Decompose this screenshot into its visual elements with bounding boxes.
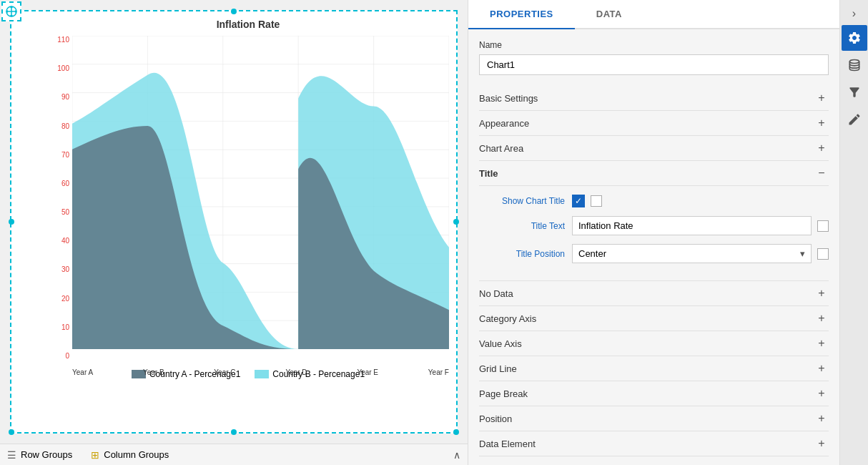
section-data-element[interactable]: Data Element + [479, 431, 829, 456]
show-chart-title-checkbox[interactable]: ✓ [572, 195, 585, 207]
section-value-axis[interactable]: Value Axis + [479, 331, 829, 356]
section-basic-settings[interactable]: Basic Settings + [479, 86, 829, 111]
section-icon-title: − [814, 167, 829, 180]
section-icon-data-element: + [814, 437, 829, 450]
title-text-label: Title Text [479, 221, 565, 231]
name-label: Name [479, 40, 829, 50]
section-icon-visibility: + [814, 462, 829, 465]
svg-point-25 [849, 60, 859, 64]
chevron-right-icon[interactable]: › [849, 4, 859, 24]
show-chart-title-checkbox-empty[interactable] [591, 195, 602, 207]
y-axis-labels: 110 100 90 80 70 60 50 40 30 20 10 0 [47, 36, 72, 363]
y-label-20: 20 [47, 295, 72, 303]
resize-bottom-center[interactable] [231, 429, 237, 435]
row-groups-icon: ☰ [7, 449, 16, 461]
y-label-70: 70 [47, 151, 72, 159]
y-label-50: 50 [47, 208, 72, 216]
column-groups-icon: ⊞ [91, 449, 99, 461]
x-axis-labels: Year A Year B Year C Year D Year E Year … [72, 368, 449, 376]
title-position-checkbox[interactable] [817, 248, 829, 260]
x-label-year-b: Year B [143, 368, 164, 376]
section-icon-page-break: + [814, 387, 829, 400]
section-label-no-data: No Data [479, 288, 513, 299]
bottom-bar: ☰ Row Groups ⊞ Column Groups ∧ [0, 444, 468, 465]
section-title[interactable]: Title − [479, 161, 829, 186]
y-label-40: 40 [47, 237, 72, 245]
filter-icon-btn[interactable] [842, 79, 867, 105]
title-text-control [572, 216, 829, 235]
title-text-checkbox[interactable] [817, 220, 829, 232]
database-icon [847, 58, 862, 72]
section-label-value-axis: Value Axis [479, 338, 522, 349]
column-groups-label[interactable]: Column Groups [104, 449, 169, 460]
resize-bottom-right[interactable] [453, 429, 459, 435]
chart-wrapper[interactable]: Inflation Rate 110 100 90 80 70 60 50 40… [10, 10, 458, 434]
section-page-break[interactable]: Page Break + [479, 381, 829, 406]
title-position-label: Title Position [479, 249, 565, 259]
panel-content: Name Basic Settings + Appearance + Chart… [468, 29, 839, 465]
resize-bottom-left[interactable] [9, 429, 14, 435]
section-position[interactable]: Position + [479, 406, 829, 431]
chevron-down-icon: ▾ [800, 248, 805, 259]
database-icon-btn[interactable] [842, 52, 867, 78]
section-label-data-element: Data Element [479, 439, 536, 449]
title-position-select[interactable]: Center ▾ [572, 244, 812, 263]
bottom-bar-left: ☰ Row Groups ⊞ Column Groups [7, 449, 169, 461]
section-no-data[interactable]: No Data + [479, 281, 829, 306]
sidebar-icons: › [839, 0, 868, 465]
section-icon-value-axis: + [814, 337, 829, 350]
chart-container: Inflation Rate 110 100 90 80 70 60 50 40… [0, 0, 468, 465]
x-label-year-c: Year C [214, 368, 235, 376]
y-label-100: 100 [47, 64, 72, 72]
section-label-page-break: Page Break [479, 388, 528, 399]
section-appearance[interactable]: Appearance + [479, 111, 829, 136]
title-text-input[interactable] [572, 216, 812, 235]
x-label-year-e: Year E [357, 368, 378, 376]
section-icon-position: + [814, 412, 829, 425]
section-label-appearance: Appearance [479, 118, 529, 129]
section-icon-category-axis: + [814, 312, 829, 325]
right-panel: PROPERTIES DATA Name Basic Settings + Ap… [468, 0, 839, 465]
tabs-header: PROPERTIES DATA [468, 0, 839, 29]
title-section-content: Show Chart Title ✓ Title Text Title Posi… [479, 186, 829, 281]
gear-icon [847, 31, 862, 45]
section-icon-no-data: + [814, 287, 829, 300]
edit-icon-btn[interactable] [842, 107, 867, 132]
tab-properties[interactable]: PROPERTIES [468, 0, 575, 29]
chart-svg [72, 36, 449, 349]
filter-icon [847, 85, 862, 99]
y-label-30: 30 [47, 265, 72, 273]
y-label-10: 10 [47, 323, 72, 331]
section-grid-line[interactable]: Grid Line + [479, 356, 829, 381]
move-icon [5, 5, 18, 18]
section-chart-area[interactable]: Chart Area + [479, 136, 829, 161]
settings-icon-btn[interactable] [842, 25, 867, 51]
y-label-80: 80 [47, 122, 72, 130]
section-label-category-axis: Category Axis [479, 313, 536, 324]
y-label-60: 60 [47, 180, 72, 187]
title-position-value: Center [578, 248, 606, 259]
resize-top-center[interactable] [231, 9, 237, 14]
section-category-axis[interactable]: Category Axis + [479, 306, 829, 331]
name-input[interactable] [479, 54, 829, 75]
title-position-row: Title Position Center ▾ [479, 244, 829, 263]
section-icon-basic-settings: + [814, 92, 829, 104]
section-visibility[interactable]: Visibility + [479, 456, 829, 465]
collapse-icon[interactable]: ∧ [453, 449, 460, 461]
section-label-title: Title [479, 168, 498, 179]
title-text-row: Title Text [479, 216, 829, 235]
row-groups-label[interactable]: Row Groups [21, 449, 72, 460]
section-label-grid-line: Grid Line [479, 363, 517, 374]
section-label-basic-settings: Basic Settings [479, 93, 538, 104]
section-icon-grid-line: + [814, 362, 829, 375]
title-position-control: Center ▾ [572, 244, 829, 263]
show-chart-title-control: ✓ [572, 195, 829, 207]
tab-data[interactable]: DATA [575, 0, 643, 29]
chart-move-handle[interactable] [1, 1, 21, 21]
resize-middle-left[interactable] [9, 219, 14, 225]
edit-icon [847, 112, 862, 127]
y-label-110: 110 [47, 36, 72, 44]
show-chart-title-label: Show Chart Title [479, 196, 565, 206]
resize-middle-right[interactable] [453, 219, 459, 225]
x-label-year-f: Year F [428, 368, 449, 376]
